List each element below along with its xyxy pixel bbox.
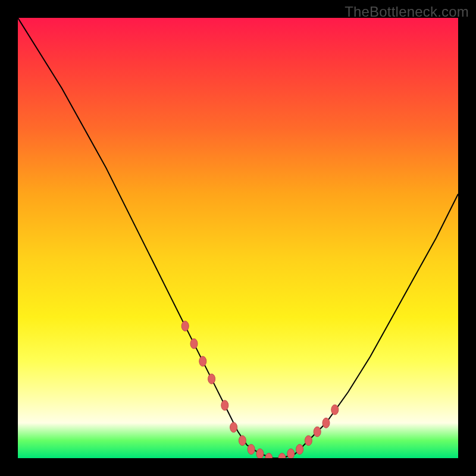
marker-point [190, 339, 198, 349]
marker-point [305, 436, 312, 446]
marker-point [314, 427, 321, 437]
marker-point [248, 444, 255, 455]
chart-container: TheBottleneck.com [0, 0, 476, 476]
curve-line [18, 18, 458, 458]
marker-point [221, 400, 228, 411]
marker-point [265, 453, 273, 458]
marker-point [322, 418, 330, 428]
watermark-label: TheBottleneck.com [345, 4, 469, 20]
marker-point [230, 422, 237, 433]
marker-point [331, 405, 339, 415]
marker-point [239, 436, 246, 446]
marker-point [208, 374, 215, 384]
chart-svg [18, 18, 458, 458]
marker-point [199, 356, 206, 367]
marker-point [181, 321, 189, 331]
marker-point [256, 449, 264, 458]
marker-point [287, 449, 295, 458]
marker-point [296, 444, 303, 455]
curve-markers [181, 321, 339, 458]
marker-point [278, 453, 286, 458]
